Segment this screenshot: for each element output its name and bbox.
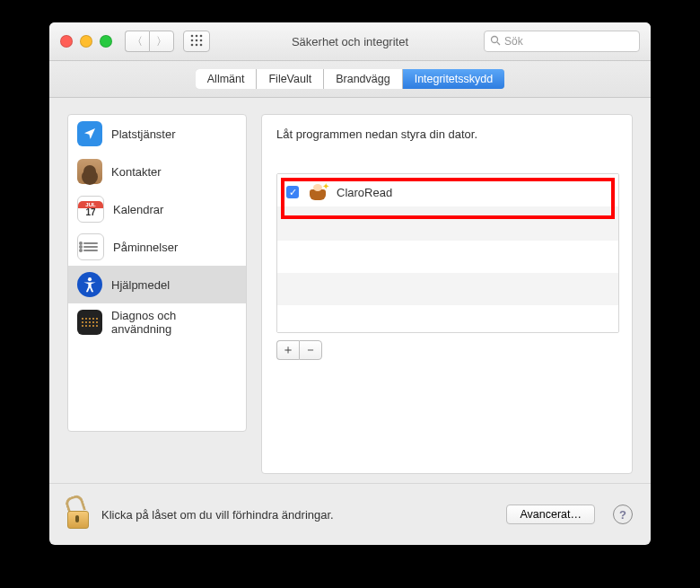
sidebar-item-label: Hjälpmedel [111, 278, 170, 292]
svg-point-9 [492, 36, 498, 42]
search-placeholder: Sök [504, 35, 523, 48]
advanced-button[interactable]: Avancerat… [506, 505, 595, 524]
footer: Klicka på låset om du vill förhindra änd… [49, 483, 651, 545]
calendar-icon: JUL 17 [77, 196, 104, 223]
chevron-left-icon: 〈 [132, 34, 143, 49]
sidebar-item-diagnostics[interactable]: Diagnos och användning [68, 303, 246, 341]
app-name: ClaroRead [337, 186, 392, 199]
svg-point-2 [200, 34, 203, 37]
search-input[interactable]: Sök [484, 31, 640, 52]
diagnostics-icon [77, 310, 102, 335]
reminders-icon [77, 233, 104, 260]
sidebar-item-reminders[interactable]: Påminnelser [68, 228, 246, 266]
sidebar-item-contacts[interactable]: Kontakter [68, 153, 246, 190]
sidebar-item-location[interactable]: Platstjänster [68, 115, 246, 153]
svg-point-8 [200, 43, 203, 46]
tab-filevault[interactable]: FileVault [257, 69, 324, 89]
location-icon [77, 121, 102, 146]
main-panel: Låt programmen nedan styra din dator. ✓ … [261, 114, 633, 474]
minimize-button[interactable] [80, 35, 92, 48]
check-icon: ✓ [289, 187, 297, 198]
add-remove-controls: ＋ － [276, 340, 617, 360]
svg-point-4 [196, 39, 198, 41]
sidebar-item-label: Påminnelser [113, 241, 178, 254]
chevron-right-icon: 〉 [156, 34, 167, 49]
sidebar-item-label: Kontakter [111, 165, 162, 179]
instruction-text: Låt programmen nedan styra din dator. [276, 127, 617, 141]
svg-point-5 [200, 39, 203, 41]
show-all-button[interactable] [183, 31, 210, 52]
forward-button[interactable]: 〉 [149, 31, 174, 52]
remove-app-button[interactable]: － [299, 340, 322, 360]
svg-point-11 [88, 277, 92, 281]
sidebar-item-label: Platstjänster [111, 127, 176, 141]
help-button[interactable]: ? [613, 505, 633, 524]
svg-point-0 [191, 34, 194, 37]
close-button[interactable] [60, 35, 73, 48]
nav-buttons: 〈 〉 [125, 31, 210, 52]
app-list: ✓ ✦ ClaroRead [276, 173, 619, 333]
tab-allmant[interactable]: Allmänt [196, 69, 258, 89]
traffic-lights [60, 35, 112, 48]
svg-point-6 [191, 43, 194, 46]
preferences-window: 〈 〉 Säkerhet och integritet [49, 22, 651, 545]
app-row-claroread[interactable]: ✓ ✦ ClaroRead [277, 174, 618, 210]
svg-point-3 [191, 39, 194, 41]
sidebar-item-label: Diagnos och användning [111, 309, 237, 336]
svg-point-7 [196, 43, 198, 46]
search-icon [490, 35, 501, 48]
plus-icon: ＋ [282, 342, 294, 358]
tabs: Allmänt FileVault Brandvägg Integritetss… [196, 69, 504, 89]
grid-icon [190, 34, 203, 49]
contacts-icon [77, 159, 102, 184]
svg-line-10 [497, 42, 500, 45]
help-icon: ? [619, 508, 626, 522]
tab-bar: Allmänt FileVault Brandvägg Integritetss… [49, 61, 651, 98]
app-checkbox[interactable]: ✓ [286, 186, 299, 198]
sidebar-item-calendars[interactable]: JUL 17 Kalendrar [68, 190, 246, 228]
back-button[interactable]: 〈 [125, 31, 149, 52]
lock-button[interactable] [67, 500, 92, 529]
sidebar-item-label: Kalendrar [113, 203, 163, 216]
right-area: Låt programmen nedan styra din dator. ✓ … [261, 114, 633, 474]
privacy-sidebar: Platstjänster Kontakter JUL 17 Kalendrar [67, 114, 247, 432]
zoom-button[interactable] [100, 35, 112, 48]
accessibility-icon [77, 272, 102, 297]
content-area: Platstjänster Kontakter JUL 17 Kalendrar [49, 98, 651, 483]
minus-icon: － [304, 342, 317, 358]
add-app-button[interactable]: ＋ [276, 340, 299, 360]
tab-integritetsskydd[interactable]: Integritetsskydd [403, 69, 505, 89]
titlebar: 〈 〉 Säkerhet och integritet [49, 22, 651, 61]
lock-text: Klicka på låset om du vill förhindra änd… [101, 508, 334, 522]
svg-point-1 [196, 34, 198, 37]
tab-brandvagg[interactable]: Brandvägg [324, 69, 402, 89]
sidebar-item-accessibility[interactable]: Hjälpmedel [68, 266, 246, 303]
claroread-icon: ✦ [308, 182, 328, 202]
